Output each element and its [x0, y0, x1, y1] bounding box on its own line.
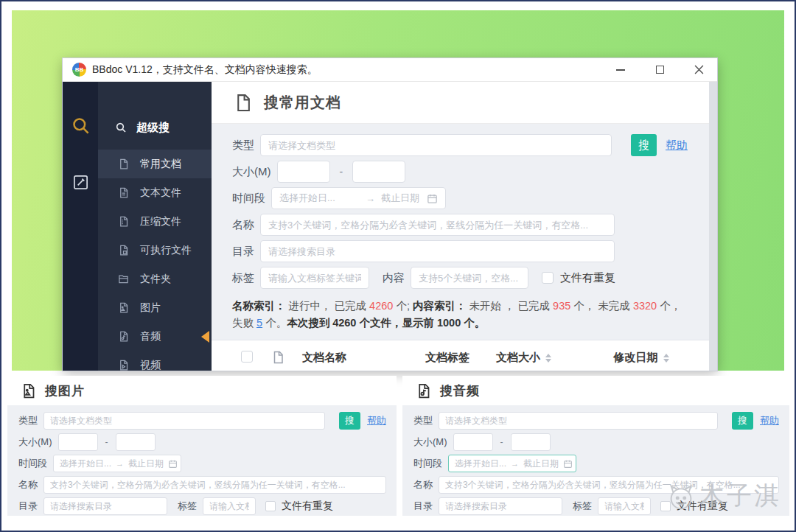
- type-label: 类型: [18, 414, 38, 427]
- period-label: 时间段: [413, 457, 442, 470]
- tag-input[interactable]: [260, 267, 369, 289]
- sidebar-item-folders[interactable]: 文件夹: [98, 265, 212, 293]
- search-button[interactable]: 搜: [732, 412, 753, 430]
- dir-label: 目录: [413, 500, 433, 513]
- panel-form: 类型 搜 帮助 大小(M) - 时间段 选择开始日... → 截止日期 名称 目…: [7, 405, 397, 516]
- video-file-icon: [118, 360, 129, 371]
- status-segment: 个;: [393, 300, 413, 312]
- sidebar-item-images[interactable]: 图片: [98, 293, 212, 322]
- date-range-picker[interactable]: 选择开始日... → 截止日期: [448, 455, 576, 472]
- duplicate-checkbox[interactable]: [542, 272, 554, 284]
- column-doc-name[interactable]: 文档名称: [302, 351, 425, 365]
- size-min-input[interactable]: [277, 161, 330, 183]
- collapse-arrow-icon[interactable]: [201, 331, 209, 343]
- size-min-input[interactable]: [58, 433, 98, 451]
- sidebar-item-common-docs[interactable]: 常用文档: [98, 150, 212, 178]
- name-label: 名称: [413, 478, 433, 491]
- size-max-input[interactable]: [352, 161, 405, 183]
- maximize-icon: [656, 66, 664, 74]
- period-label: 时间段: [18, 457, 47, 470]
- name-input[interactable]: [43, 476, 386, 494]
- size-max-input[interactable]: [116, 433, 156, 451]
- close-button[interactable]: [688, 60, 710, 80]
- name-label: 名称: [232, 218, 254, 232]
- duplicate-checkbox[interactable]: [660, 501, 671, 511]
- sidebar: 超级搜 常用文档 文本文件 压缩文件 可执行文件: [98, 82, 212, 371]
- column-doc-size[interactable]: 文档大小: [496, 351, 583, 365]
- sort-icon[interactable]: [663, 354, 669, 363]
- image-file-icon: [118, 302, 129, 313]
- archive-file-icon: [118, 216, 129, 227]
- column-modified-date[interactable]: 修改日期: [583, 351, 699, 365]
- index-status-text: 名称索引： 进行中， 已完成 4260 个; 内容索引： 未开始 ， 已完成 9…: [232, 298, 688, 332]
- date-end-placeholder: 截止日期: [381, 192, 419, 205]
- dir-input[interactable]: [439, 497, 562, 515]
- name-input[interactable]: [260, 214, 615, 236]
- type-input[interactable]: [43, 412, 325, 430]
- size-min-input[interactable]: [453, 433, 493, 451]
- dir-row: 目录: [232, 240, 688, 262]
- edit-icon[interactable]: [72, 174, 89, 191]
- window-controls: [593, 60, 710, 80]
- type-input[interactable]: [260, 134, 612, 156]
- column-label: 文档名称: [302, 351, 346, 365]
- minimize-button[interactable]: [610, 60, 632, 80]
- status-count-content-done: 935: [553, 300, 570, 312]
- status-segment: 个。: [262, 317, 287, 329]
- close-icon: [694, 65, 704, 74]
- audio-file-icon: [416, 383, 431, 399]
- tag-input[interactable]: [203, 497, 256, 515]
- calendar-icon: [168, 459, 178, 469]
- select-all-checkbox[interactable]: [241, 351, 253, 363]
- help-link[interactable]: 帮助: [760, 414, 779, 427]
- size-max-input[interactable]: [511, 433, 551, 451]
- sidebar-item-label: 可执行文件: [140, 244, 192, 257]
- sidebar-item-executables[interactable]: 可执行文件: [98, 236, 212, 265]
- sidebar-item-video[interactable]: 视频: [98, 351, 212, 371]
- status-segment: 内容索引：: [413, 300, 467, 312]
- search-button[interactable]: 搜: [339, 412, 360, 430]
- search-icon: [115, 122, 127, 133]
- help-link[interactable]: 帮助: [666, 139, 688, 153]
- size-row: 大小(M) -: [232, 161, 688, 183]
- sidebar-header[interactable]: 超级搜: [98, 113, 212, 142]
- dir-label: 目录: [18, 500, 38, 513]
- type-label: 类型: [232, 139, 254, 153]
- duplicate-checkbox[interactable]: [265, 501, 276, 511]
- search-form: 类型 搜 帮助 大小(M) - 时间段 选择开始日... → 截: [212, 124, 717, 371]
- sidebar-item-audio[interactable]: 音频: [98, 322, 212, 351]
- maximize-button[interactable]: [649, 60, 671, 80]
- document-icon: [234, 94, 252, 112]
- sidebar-item-text-files[interactable]: 文本文件: [98, 178, 212, 207]
- status-failed-count-link[interactable]: 5: [256, 317, 262, 329]
- content-input[interactable]: [411, 267, 528, 289]
- search-button[interactable]: 搜: [631, 134, 657, 156]
- scrollbar[interactable]: [709, 82, 717, 371]
- size-separator: -: [105, 437, 108, 447]
- sidebar-item-archives[interactable]: 压缩文件: [98, 207, 212, 236]
- titlebar: BB BBdoc V1.12，支持文件名、文档内容快速搜索。: [63, 58, 717, 82]
- tag-label: 标签: [573, 500, 592, 513]
- tag-input[interactable]: [598, 497, 651, 515]
- name-input[interactable]: [439, 476, 779, 494]
- sidebar-menu: 常用文档 文本文件 压缩文件 可执行文件 文件夹: [98, 150, 212, 371]
- column-doc-tag[interactable]: 文档标签: [425, 351, 496, 365]
- calendar-icon: [563, 459, 573, 469]
- dir-input[interactable]: [43, 497, 167, 515]
- sort-icon[interactable]: [545, 354, 551, 363]
- calendar-icon: [427, 193, 438, 204]
- size-row: 大小(M) -: [18, 433, 386, 451]
- sidebar-item-label: 图片: [140, 301, 161, 315]
- help-link[interactable]: 帮助: [367, 414, 386, 427]
- date-range-picker[interactable]: 选择开始日... → 截止日期: [271, 187, 446, 209]
- tag-label: 标签: [232, 271, 254, 285]
- tag-label: 标签: [178, 500, 197, 513]
- type-input[interactable]: [439, 412, 718, 430]
- dir-input[interactable]: [260, 240, 615, 262]
- super-search-icon[interactable]: [71, 116, 91, 136]
- size-label: 大小(M): [232, 165, 271, 179]
- date-start-placeholder: 选择开始日...: [60, 458, 111, 470]
- name-label: 名称: [18, 478, 38, 491]
- date-range-picker[interactable]: 选择开始日... → 截止日期: [53, 455, 181, 472]
- main-pane: 搜常用文档 类型 搜 帮助 大小(M) - 时间段: [212, 82, 717, 371]
